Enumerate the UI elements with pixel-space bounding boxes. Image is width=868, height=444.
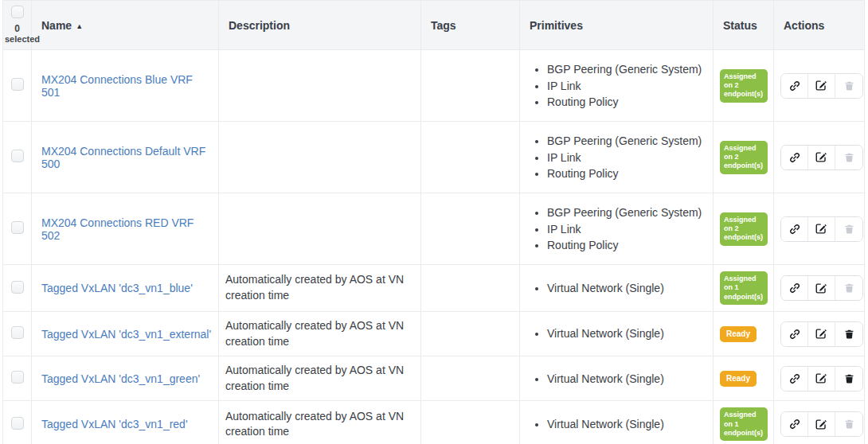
assign-button[interactable] [781,322,808,346]
column-header-primitives[interactable]: Primitives [520,1,714,50]
link-icon [789,224,800,235]
description-cell [219,122,421,193]
edit-icon [815,419,827,430]
edit-icon [815,372,827,384]
row-checkbox[interactable] [11,221,24,234]
edit-button[interactable] [808,146,835,169]
delete-button[interactable] [835,367,862,391]
selected-label: selected [5,34,29,45]
edit-icon [815,80,827,92]
delete-button [835,217,862,241]
link-icon [789,373,800,384]
primitives-list: Virtual Network (Single) [531,416,706,432]
status-badge: Ready [720,326,757,342]
assign-button[interactable] [781,367,808,391]
column-header-tags[interactable]: Tags [421,1,520,50]
trash-icon [844,419,854,430]
template-name-link[interactable]: Tagged VxLAN 'dc3_vn1_external' [41,328,211,341]
actions-group [780,411,863,437]
row-checkbox[interactable] [11,417,24,430]
template-name-link[interactable]: Tagged VxLAN 'dc3_vn1_green' [41,372,200,385]
row-checkbox[interactable] [11,326,24,339]
edit-button[interactable] [808,412,835,436]
trash-icon [844,373,854,384]
link-icon [789,80,800,92]
select-all-checkbox[interactable] [11,6,24,18]
tags-cell [421,122,520,193]
connectivity-templates-table: 0 selected Name▲ Description Tags Primit… [2,0,865,444]
edit-button[interactable] [808,217,835,241]
primitives-list: BGP Peering (Generic System) IP Link Rou… [531,204,706,253]
assign-button[interactable] [781,146,808,169]
template-name-link[interactable]: MX204 Connections Blue VRF 501 [41,73,193,99]
actions-group [780,275,863,301]
sort-asc-icon: ▲ [76,22,83,30]
row-checkbox[interactable] [11,150,24,162]
assign-button[interactable] [781,217,808,241]
template-name-link[interactable]: MX204 Connections RED VRF 502 [41,216,194,242]
edit-icon [815,282,827,294]
tags-cell [421,265,520,312]
actions-group [780,145,863,170]
assign-button[interactable] [781,412,808,436]
delete-button [835,276,862,300]
delete-button [835,146,862,169]
primitives-list: Virtual Network (Single) [531,280,706,296]
status-badge: Assigned on 2 endpoint(s) [720,69,768,103]
description-cell [219,50,421,122]
link-icon [789,329,800,340]
actions-group [780,366,863,391]
table-row: MX204 Connections Default VRF 500 BGP Pe… [3,122,865,193]
status-badge: Assigned on 1 endpoint(s) [720,407,768,441]
table-row: Tagged VxLAN 'dc3_vn1_green' Automatical… [3,356,865,401]
tags-cell [421,401,520,444]
primitives-list: BGP Peering (Generic System) IP Link Rou… [531,133,706,181]
template-name-link[interactable]: Tagged VxLAN 'dc3_vn1_blue' [41,282,193,294]
edit-button[interactable] [808,74,835,98]
edit-icon [815,151,827,163]
template-name-link[interactable]: Tagged VxLAN 'dc3_vn1_red' [41,418,188,430]
actions-group [780,73,863,99]
primitives-list: BGP Peering (Generic System) IP Link Rou… [531,61,706,110]
trash-icon [844,329,854,340]
column-header-name[interactable]: Name▲ [32,1,219,50]
link-icon [789,419,800,430]
column-header-description[interactable]: Description [219,1,421,50]
trash-icon [844,224,854,235]
table-row: MX204 Connections RED VRF 502 BGP Peerin… [3,193,865,265]
actions-group [780,216,863,242]
table-row: Tagged VxLAN 'dc3_vn1_blue' Automaticall… [3,265,865,312]
description-cell: Automatically created by AOS at VN creat… [219,311,421,356]
table-header-row: 0 selected Name▲ Description Tags Primit… [3,1,865,50]
description-cell: Automatically created by AOS at VN creat… [219,356,421,401]
row-checkbox[interactable] [11,371,24,384]
tags-cell [421,356,520,401]
primitives-list: Virtual Network (Single) [531,325,706,341]
trash-icon [844,80,854,92]
description-cell: Automatically created by AOS at VN creat… [219,401,421,444]
description-cell: Automatically created by AOS at VN creat… [219,265,421,312]
description-cell [219,193,421,265]
assign-button[interactable] [781,74,808,98]
assign-button[interactable] [781,276,808,300]
actions-group [780,321,863,347]
edit-button[interactable] [808,367,835,391]
table-row: MX204 Connections Blue VRF 501 BGP Peeri… [3,50,865,122]
column-header-status[interactable]: Status [714,1,774,50]
status-badge: Assigned on 2 endpoint(s) [720,212,768,246]
trash-icon [844,282,854,294]
row-checkbox[interactable] [11,281,24,294]
delete-button[interactable] [835,322,862,346]
table-row: Tagged VxLAN 'dc3_vn1_external' Automati… [3,311,865,356]
link-icon [789,282,800,294]
template-name-link[interactable]: MX204 Connections Default VRF 500 [41,145,205,170]
select-all-header: 0 selected [3,1,32,50]
edit-button[interactable] [808,322,835,346]
edit-icon [815,223,827,235]
status-badge: Assigned on 1 endpoint(s) [720,271,768,305]
delete-button [835,412,862,436]
status-badge: Ready [720,371,757,387]
edit-button[interactable] [808,276,835,300]
tags-cell [421,311,520,356]
row-checkbox[interactable] [11,78,24,91]
